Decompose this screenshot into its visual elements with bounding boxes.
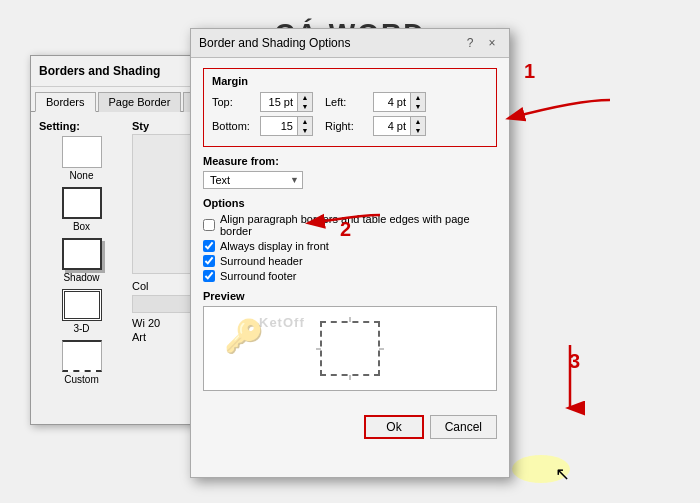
dialog-buttons: Ok Cancel [191, 409, 509, 447]
right-up-btn[interactable]: ▲ [411, 117, 425, 126]
setting-none-box [62, 136, 102, 168]
measure-title: Measure from: [203, 155, 497, 167]
bs-settings-title: Setting: [39, 120, 124, 132]
tick-right [379, 348, 384, 349]
top-down-btn[interactable]: ▼ [298, 102, 312, 111]
right-label: Right: [325, 120, 367, 132]
option2-label: Always display in front [220, 240, 329, 252]
option3-label: Surround header [220, 255, 303, 267]
preview-title: Preview [203, 290, 497, 302]
close-button[interactable]: × [483, 34, 501, 52]
setting-box[interactable]: Box [39, 187, 124, 232]
tick-bottom [350, 375, 351, 380]
bs-title-text: Borders and Shading [39, 64, 160, 78]
left-spinner-btns: ▲ ▼ [410, 93, 425, 111]
preview-watermark-text: KetOff [259, 315, 305, 330]
option1-row: Align paragraph borders and table edges … [203, 213, 497, 237]
option1-label: Align paragraph borders and table edges … [220, 213, 497, 237]
measure-select[interactable]: Text Edge of page [203, 171, 303, 189]
left-spinner[interactable]: ▲ ▼ [373, 92, 426, 112]
title-actions: ? × [461, 34, 501, 52]
option2-checkbox[interactable] [203, 240, 215, 252]
margin-row-bottom-right: Bottom: ▲ ▼ Right: ▲ ▼ [212, 116, 488, 136]
setting-box-box [62, 187, 102, 219]
setting-3d-box [62, 289, 102, 321]
top-input[interactable] [261, 93, 297, 111]
setting-shadow-box [62, 238, 102, 270]
setting-shadow-label: Shadow [63, 272, 99, 283]
setting-3d-label: 3-D [73, 323, 89, 334]
setting-3d[interactable]: 3-D [39, 289, 124, 334]
measure-section: Measure from: Text Edge of page ▼ [203, 155, 497, 189]
bottom-up-btn[interactable]: ▲ [298, 117, 312, 126]
preview-key-icon: 🔑 [224, 317, 264, 355]
right-down-btn[interactable]: ▼ [411, 126, 425, 135]
setting-custom[interactable]: Custom [39, 340, 124, 385]
setting-none[interactable]: None [39, 136, 124, 181]
option4-row: Surround footer [203, 270, 497, 282]
top-up-btn[interactable]: ▲ [298, 93, 312, 102]
tick-left [316, 348, 321, 349]
option1-checkbox[interactable] [203, 219, 215, 231]
bottom-down-btn[interactable]: ▼ [298, 126, 312, 135]
setting-custom-label: Custom [64, 374, 98, 385]
options-title: Options [203, 197, 497, 209]
main-titlebar: Border and Shading Options ? × [191, 29, 509, 58]
setting-custom-box [62, 340, 102, 372]
margin-title: Margin [212, 75, 488, 87]
top-spinner-btns: ▲ ▼ [297, 93, 312, 111]
left-input[interactable] [374, 93, 410, 111]
border-shading-options-dialog: Border and Shading Options ? × Margin To… [190, 28, 510, 478]
margin-section: Margin Top: ▲ ▼ Left: ▲ ▼ [203, 68, 497, 147]
option2-row: Always display in front [203, 240, 497, 252]
cancel-button[interactable]: Cancel [430, 415, 497, 439]
tab-borders[interactable]: Borders [35, 92, 96, 112]
setting-box-label: Box [73, 221, 90, 232]
setting-none-label: None [70, 170, 94, 181]
option3-row: Surround header [203, 255, 497, 267]
left-down-btn[interactable]: ▼ [411, 102, 425, 111]
right-input[interactable] [374, 117, 410, 135]
main-body: Margin Top: ▲ ▼ Left: ▲ ▼ [191, 58, 509, 409]
tab-page-border[interactable]: Page Border [98, 92, 182, 112]
tick-top [350, 317, 351, 322]
left-up-btn[interactable]: ▲ [411, 93, 425, 102]
top-label: Top: [212, 96, 254, 108]
bottom-spinner[interactable]: ▲ ▼ [260, 116, 313, 136]
bs-settings-panel: Setting: None Box Shadow 3-D Custom [39, 120, 124, 391]
setting-shadow[interactable]: Shadow [39, 238, 124, 283]
options-section: Options Align paragraph borders and tabl… [203, 197, 497, 282]
bottom-label: Bottom: [212, 120, 254, 132]
option4-label: Surround footer [220, 270, 296, 282]
top-spinner[interactable]: ▲ ▼ [260, 92, 313, 112]
preview-box: 🔑 KetOff [203, 306, 497, 391]
bottom-input[interactable] [261, 117, 297, 135]
left-label: Left: [325, 96, 367, 108]
preview-inner-box [320, 321, 380, 376]
help-button[interactable]: ? [461, 34, 479, 52]
ok-button[interactable]: Ok [364, 415, 423, 439]
option4-checkbox[interactable] [203, 270, 215, 282]
margin-row-top-left: Top: ▲ ▼ Left: ▲ ▼ [212, 92, 488, 112]
measure-select-wrap[interactable]: Text Edge of page ▼ [203, 171, 303, 189]
option3-checkbox[interactable] [203, 255, 215, 267]
preview-section: Preview 🔑 KetOff [203, 290, 497, 391]
right-spinner-btns: ▲ ▼ [410, 117, 425, 135]
right-spinner[interactable]: ▲ ▼ [373, 116, 426, 136]
bottom-spinner-btns: ▲ ▼ [297, 117, 312, 135]
main-dialog-title: Border and Shading Options [199, 36, 350, 50]
